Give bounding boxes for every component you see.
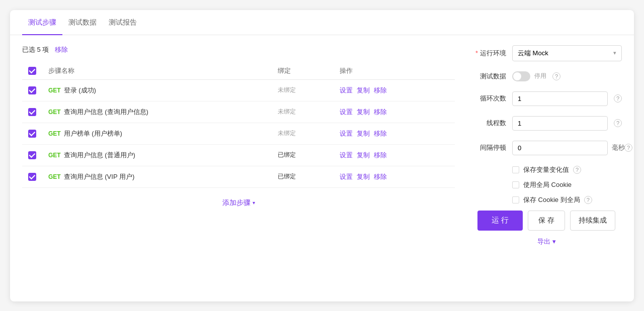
row-action-4-2[interactable]: 移除 bbox=[374, 172, 387, 181]
row-binding-2: 未绑定 bbox=[272, 123, 334, 144]
checkbox-label-save_var: 保存变量变化值 bbox=[523, 165, 569, 174]
row-actions-4: 设置复制移除 bbox=[334, 166, 455, 187]
help-icon-save_var[interactable]: ? bbox=[573, 166, 581, 174]
loop-help-icon[interactable]: ? bbox=[614, 94, 622, 102]
row-binding-0: 未绑定 bbox=[272, 79, 334, 101]
loop-label: 循环次数 bbox=[471, 94, 506, 103]
row-action-1-0[interactable]: 设置 bbox=[340, 108, 353, 117]
env-row: *运行环境 云端 Mock ▾ bbox=[471, 45, 622, 61]
check-option-row-0: 保存变量变化值 ? bbox=[471, 165, 622, 174]
test-data-help-icon[interactable]: ? bbox=[552, 72, 560, 80]
interval-input[interactable] bbox=[512, 141, 608, 155]
test-data-toggle-container: 停用 bbox=[512, 71, 546, 81]
row-actions-2: 设置复制移除 bbox=[334, 123, 455, 144]
row-checkbox-2[interactable] bbox=[28, 130, 36, 138]
thread-label: 线程数 bbox=[471, 119, 506, 128]
row-step-name-4: 查询用户信息 (VIP 用户) bbox=[64, 172, 135, 181]
row-action-3-1[interactable]: 复制 bbox=[357, 151, 370, 160]
test-data-label: 测试数据 bbox=[471, 72, 506, 81]
run-button[interactable]: 运 行 bbox=[477, 211, 523, 231]
tab-steps[interactable]: 测试步骤 bbox=[22, 10, 62, 35]
export-row: 导出 ▾ bbox=[471, 237, 622, 246]
check-option-row-2: 保存 Cookie 到全局 ? bbox=[471, 195, 622, 204]
checkbox-label-use_cookie: 使用全局 Cookie bbox=[523, 180, 572, 189]
env-select[interactable]: 云端 Mock ▾ bbox=[512, 45, 622, 61]
row-name-0: GET 登录 (成功) bbox=[42, 79, 272, 101]
test-data-toggle[interactable] bbox=[512, 71, 530, 81]
checkbox-save_cookie[interactable] bbox=[512, 196, 519, 203]
row-step-name-2: 用户榜单 (用户榜单) bbox=[64, 129, 122, 138]
row-action-2-2[interactable]: 移除 bbox=[374, 129, 387, 138]
row-checkbox-4[interactable] bbox=[28, 173, 36, 181]
row-action-links-4: 设置复制移除 bbox=[340, 172, 449, 181]
tab-report[interactable]: 测试报告 bbox=[103, 10, 143, 35]
env-select-value: 云端 Mock bbox=[518, 49, 548, 58]
step-table: 步骤名称 绑定 操作 GET 登录 (成功) 未绑定 设置复制移除 bbox=[22, 62, 455, 188]
row-action-2-0[interactable]: 设置 bbox=[340, 129, 353, 138]
thread-help-icon[interactable]: ? bbox=[614, 119, 622, 127]
row-checkbox-cell-2 bbox=[22, 123, 42, 144]
add-step-row: 添加步骤 ▾ bbox=[22, 188, 455, 218]
row-action-3-2[interactable]: 移除 bbox=[374, 151, 387, 160]
row-actions-1: 设置复制移除 bbox=[334, 101, 455, 123]
loop-input[interactable] bbox=[512, 91, 608, 106]
interval-suffix: 毫秒 bbox=[612, 143, 625, 152]
test-data-row: 测试数据 停用 ? bbox=[471, 71, 622, 81]
header-checkbox-cell bbox=[22, 62, 42, 80]
row-name-4: GET 查询用户信息 (VIP 用户) bbox=[42, 166, 272, 187]
row-binding-4: 已绑定 bbox=[272, 166, 334, 187]
main-content: 已选 5 项 移除 步骤名称 绑定 操作 bbox=[10, 35, 634, 256]
export-chevron-icon: ▾ bbox=[552, 238, 556, 245]
row-binding-text-3: 已绑定 bbox=[278, 151, 296, 158]
add-step-button[interactable]: 添加步骤 ▾ bbox=[222, 198, 255, 208]
table-row: GET 登录 (成功) 未绑定 设置复制移除 bbox=[22, 79, 455, 101]
table-row: GET 查询用户信息 (VIP 用户) 已绑定 设置复制移除 bbox=[22, 166, 455, 187]
table-row: GET 查询用户信息 (普通用户) 已绑定 设置复制移除 bbox=[22, 144, 455, 166]
selection-count: 已选 5 项 bbox=[22, 45, 49, 54]
interval-help-icon[interactable]: ? bbox=[624, 144, 632, 152]
row-action-4-1[interactable]: 复制 bbox=[357, 172, 370, 181]
tabs-bar: 测试步骤 测试数据 测试报告 bbox=[10, 10, 634, 35]
row-action-2-1[interactable]: 复制 bbox=[357, 129, 370, 138]
export-label: 导出 bbox=[537, 237, 550, 246]
row-action-1-2[interactable]: 移除 bbox=[374, 108, 387, 117]
row-checkbox-1[interactable] bbox=[28, 108, 36, 116]
loop-row: 循环次数 ? bbox=[471, 91, 622, 106]
row-actions-0: 设置复制移除 bbox=[334, 79, 455, 101]
row-name-2: GET 用户榜单 (用户榜单) bbox=[42, 123, 272, 144]
add-step-chevron-icon: ▾ bbox=[253, 200, 255, 205]
row-binding-3: 已绑定 bbox=[272, 144, 334, 166]
test-data-toggle-label: 停用 bbox=[534, 72, 546, 80]
row-step-name-0: 登录 (成功) bbox=[64, 86, 96, 95]
remove-selected-button[interactable]: 移除 bbox=[55, 45, 68, 54]
thread-input[interactable] bbox=[512, 116, 608, 131]
table-row: GET 用户榜单 (用户榜单) 未绑定 设置复制移除 bbox=[22, 123, 455, 144]
row-method-1: GET bbox=[48, 109, 61, 116]
table-row: GET 查询用户信息 (查询用户信息) 未绑定 设置复制移除 bbox=[22, 101, 455, 123]
row-method-3: GET bbox=[48, 152, 61, 159]
row-action-0-1[interactable]: 复制 bbox=[357, 86, 370, 95]
header-name: 步骤名称 bbox=[42, 62, 272, 80]
row-step-name-3: 查询用户信息 (普通用户) bbox=[64, 151, 135, 160]
row-checkbox-cell-3 bbox=[22, 144, 42, 166]
help-icon-save_cookie[interactable]: ? bbox=[584, 196, 592, 204]
row-action-links-0: 设置复制移除 bbox=[340, 86, 449, 95]
row-action-0-0[interactable]: 设置 bbox=[340, 86, 353, 95]
row-action-4-0[interactable]: 设置 bbox=[340, 172, 353, 181]
export-button[interactable]: 导出 ▾ bbox=[537, 237, 556, 246]
row-binding-text-2: 未绑定 bbox=[278, 130, 296, 137]
ci-button[interactable]: 持续集成 bbox=[570, 211, 615, 231]
select-all-checkbox[interactable] bbox=[28, 67, 36, 75]
row-checkbox-3[interactable] bbox=[28, 151, 36, 159]
tab-data[interactable]: 测试数据 bbox=[62, 10, 103, 35]
row-binding-text-4: 已绑定 bbox=[278, 173, 296, 180]
interval-row: 间隔停顿 毫秒 ? bbox=[471, 141, 622, 155]
row-action-1-1[interactable]: 复制 bbox=[357, 108, 370, 117]
checkbox-use_cookie[interactable] bbox=[512, 181, 519, 188]
right-panel: *运行环境 云端 Mock ▾ 测试数据 停用 ? 循环次数 bbox=[471, 45, 622, 246]
checkbox-save_var[interactable] bbox=[512, 166, 519, 173]
row-checkbox-0[interactable] bbox=[28, 86, 36, 94]
row-action-3-0[interactable]: 设置 bbox=[340, 151, 353, 160]
row-action-0-2[interactable]: 移除 bbox=[374, 86, 387, 95]
save-button[interactable]: 保 存 bbox=[528, 211, 565, 231]
